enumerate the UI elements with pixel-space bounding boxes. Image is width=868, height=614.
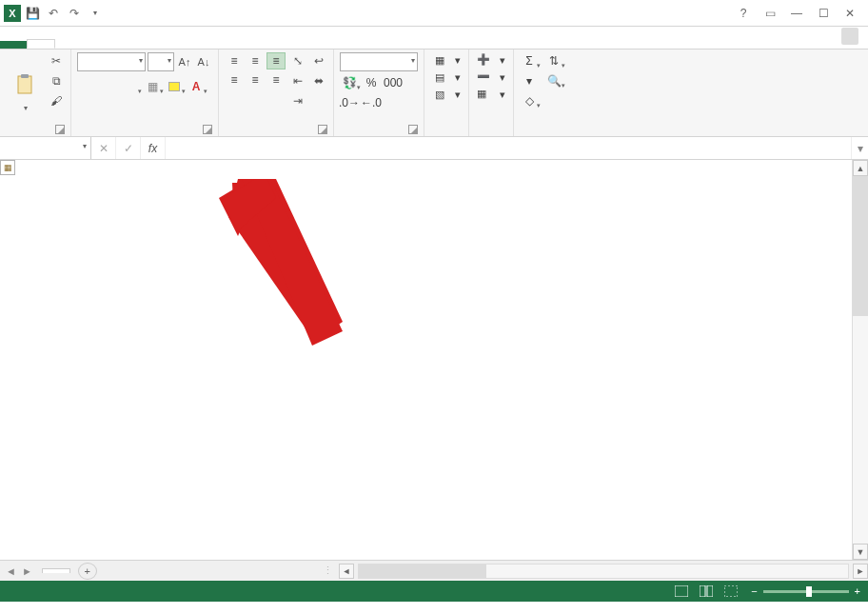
decrease-decimal-icon[interactable]: ←.0 (362, 94, 381, 111)
clear-icon[interactable]: ◇ (520, 92, 539, 109)
fill-color-button[interactable] (165, 78, 184, 95)
align-middle-icon[interactable]: ≡ (246, 52, 265, 69)
status-bar: − + (0, 581, 868, 602)
ribbon-display-icon[interactable]: ▭ (758, 3, 782, 24)
scroll-down-icon[interactable]: ▼ (853, 544, 868, 560)
find-select-icon[interactable]: 🔍 (544, 72, 563, 89)
font-color-button[interactable]: A (187, 78, 206, 95)
font-name-select[interactable]: ▾ (77, 52, 146, 71)
align-bottom-icon[interactable]: ≡ (266, 52, 286, 69)
sheet-nav-prev-icon[interactable]: ◄ (6, 565, 16, 577)
vertical-scroll-thumb[interactable] (853, 176, 868, 316)
view-page-layout-icon[interactable] (694, 581, 719, 602)
tab-home[interactable] (27, 39, 55, 49)
decrease-font-icon[interactable]: A↓ (195, 52, 212, 71)
svg-rect-0 (18, 76, 31, 93)
scroll-right-icon[interactable]: ► (853, 564, 868, 579)
cut-icon[interactable]: ✂ (48, 52, 65, 69)
group-alignment: ≡ ≡ ≡ ≡ ≡ ≡ ⤡ ⇤ ⇥ ↩ ⬌ (219, 50, 334, 136)
clipboard-launcher[interactable] (55, 125, 65, 134)
minimize-icon[interactable]: — (784, 3, 809, 24)
autosum-icon[interactable]: Σ (520, 52, 539, 69)
comma-format-icon[interactable]: 000 (384, 74, 403, 91)
align-left-icon[interactable]: ≡ (225, 71, 244, 89)
tab-view[interactable] (188, 41, 215, 49)
svg-marker-2 (228, 179, 343, 341)
copy-icon[interactable]: ⧉ (48, 72, 65, 89)
confirm-entry-icon[interactable]: ✓ (116, 137, 141, 159)
tab-data[interactable] (135, 41, 162, 49)
group-clipboard: ✂ ⧉ 🖌 (0, 50, 71, 136)
expand-formula-bar-icon[interactable]: ▾ (851, 137, 868, 159)
insert-function-icon[interactable]: fx (141, 137, 166, 159)
spreadsheet-grid[interactable]: ▦ ▲ ▼ (0, 160, 868, 560)
sheet-tab[interactable] (42, 568, 70, 573)
number-format-select[interactable]: ▾ (340, 52, 418, 71)
vertical-scrollbar[interactable]: ▲ ▼ (852, 160, 868, 560)
name-box-input[interactable] (4, 142, 70, 155)
format-painter-icon[interactable]: 🖌 (48, 92, 65, 109)
tab-page-layout[interactable] (82, 41, 108, 49)
delete-cells-icon: ➖ (477, 70, 492, 84)
save-icon[interactable]: 💾 (23, 4, 42, 23)
tab-insert[interactable] (55, 41, 82, 49)
format-as-table-button[interactable]: ▤ ▾ (430, 69, 463, 85)
delete-cells-button[interactable]: ➖ ▾ (475, 69, 507, 85)
orientation-icon[interactable]: ⤡ (289, 52, 306, 69)
tab-formulas[interactable] (108, 41, 135, 49)
close-icon[interactable]: ✕ (838, 3, 862, 24)
increase-font-icon[interactable]: A↑ (176, 52, 193, 71)
scroll-left-icon[interactable]: ◄ (339, 564, 354, 579)
cell-styles-button[interactable]: ▧ ▾ (430, 87, 463, 102)
help-icon[interactable]: ? (731, 3, 756, 24)
view-normal-icon[interactable] (669, 581, 694, 602)
undo-icon[interactable]: ↶ (44, 4, 63, 23)
italic-button[interactable] (99, 78, 118, 95)
view-page-break-icon[interactable] (719, 581, 743, 602)
align-top-icon[interactable]: ≡ (225, 52, 244, 69)
insert-cells-button[interactable]: ➕ ▾ (475, 52, 507, 68)
redo-icon[interactable]: ↷ (65, 4, 84, 23)
fill-icon[interactable]: ▾ (520, 72, 539, 89)
font-launcher[interactable] (203, 125, 212, 134)
name-box[interactable]: ▾ (0, 137, 91, 159)
zoom-out-icon[interactable]: − (751, 585, 757, 597)
decrease-indent-icon[interactable]: ⇤ (289, 72, 306, 89)
number-launcher[interactable] (408, 125, 418, 134)
bold-button[interactable] (77, 78, 96, 95)
align-right-icon[interactable]: ≡ (266, 71, 286, 89)
sign-in[interactable] (828, 24, 868, 49)
paste-button[interactable] (6, 52, 44, 133)
percent-format-icon[interactable]: % (362, 74, 381, 91)
font-size-select[interactable]: ▾ (148, 52, 174, 71)
qat-customize-icon[interactable]: ▾ (86, 4, 105, 23)
wrap-text-icon[interactable]: ↩ (310, 52, 327, 69)
align-center-icon[interactable]: ≡ (246, 71, 265, 89)
tab-review[interactable] (162, 41, 188, 49)
increase-indent-icon[interactable]: ⇥ (289, 92, 306, 109)
increase-decimal-icon[interactable]: .0→ (340, 94, 359, 111)
quick-analysis-icon[interactable]: ▦ (0, 160, 15, 175)
alignment-launcher[interactable] (318, 125, 327, 134)
horizontal-scroll-thumb[interactable] (359, 564, 486, 578)
watermark (855, 610, 862, 612)
cancel-entry-icon[interactable]: ✕ (91, 137, 116, 159)
name-box-dropdown-icon[interactable]: ▾ (83, 142, 87, 150)
tab-file[interactable] (0, 41, 27, 49)
underline-button[interactable] (121, 78, 140, 95)
svg-marker-4 (232, 183, 278, 225)
zoom-slider[interactable] (763, 590, 849, 593)
maximize-icon[interactable]: ☐ (811, 3, 836, 24)
sort-filter-icon[interactable]: ⇅ (544, 52, 563, 69)
scroll-up-icon[interactable]: ▲ (853, 160, 868, 176)
horizontal-scrollbar[interactable] (358, 564, 849, 579)
sheet-nav-next-icon[interactable]: ► (22, 565, 32, 577)
conditional-formatting-button[interactable]: ▦ ▾ (430, 52, 463, 68)
zoom-in-icon[interactable]: + (855, 585, 860, 597)
formula-bar[interactable] (166, 137, 851, 159)
new-sheet-icon[interactable]: + (78, 563, 97, 580)
accounting-format-icon[interactable]: 💱 (340, 74, 359, 91)
merge-center-icon[interactable]: ⬌ (310, 72, 327, 89)
format-cells-button[interactable]: ▦ ▾ (475, 87, 507, 102)
border-button[interactable]: ▦ (143, 78, 162, 95)
